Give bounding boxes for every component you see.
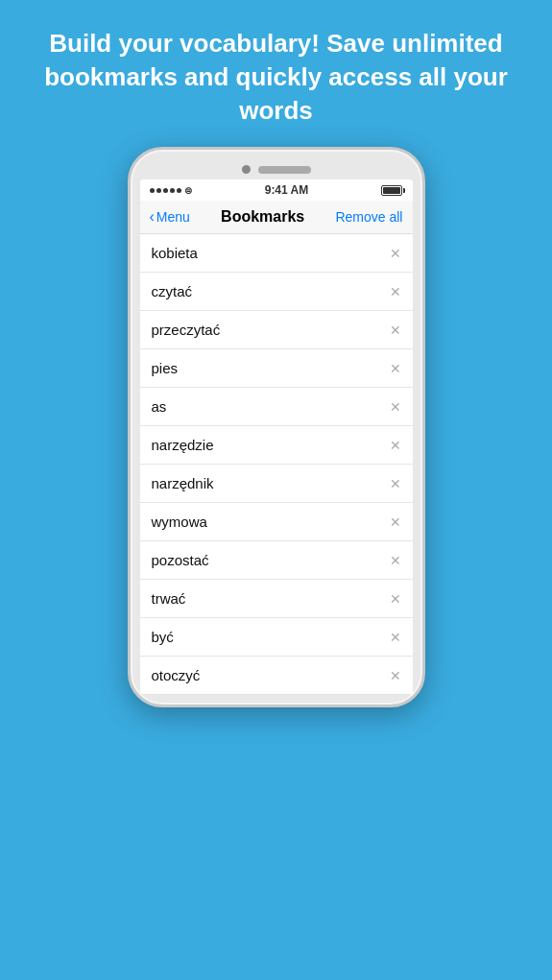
list-item[interactable]: as✕	[140, 388, 413, 426]
battery-icon	[381, 185, 402, 196]
remove-bookmark-icon[interactable]: ✕	[390, 323, 401, 337]
list-item[interactable]: kobieta✕	[140, 234, 413, 273]
status-bar: ⊜ 9:41 AM	[140, 179, 413, 201]
list-item[interactable]: narzędnik✕	[140, 465, 413, 503]
signal-dots	[150, 188, 181, 193]
status-signal: ⊜	[150, 185, 192, 196]
status-time: 9:41 AM	[265, 183, 309, 197]
back-chevron-icon: ‹	[150, 209, 155, 225]
dot-5	[177, 188, 181, 193]
dot-2	[156, 188, 161, 193]
bookmark-word: pies	[152, 360, 179, 376]
list-item[interactable]: pies✕	[140, 349, 413, 388]
dot-1	[150, 188, 155, 193]
list-item[interactable]: pozostać✕	[140, 541, 413, 580]
phone-screen: ⊜ 9:41 AM ‹ Menu Bookmarks Remove all ko…	[140, 179, 413, 695]
dot-4	[170, 188, 175, 193]
navigation-bar: ‹ Menu Bookmarks Remove all	[140, 201, 413, 234]
bookmark-word: narzędzie	[152, 437, 214, 453]
front-camera	[242, 165, 251, 174]
list-item[interactable]: wymowa✕	[140, 503, 413, 541]
bookmark-word: narzędnik	[152, 475, 214, 491]
remove-bookmark-icon[interactable]: ✕	[390, 669, 401, 682]
nav-title: Bookmarks	[221, 208, 304, 226]
phone-top-bezel	[140, 161, 413, 179]
list-item[interactable]: trwać✕	[140, 580, 413, 618]
list-item[interactable]: narzędzie✕	[140, 426, 413, 465]
list-item[interactable]: otoczyć✕	[140, 657, 413, 695]
back-label[interactable]: Menu	[156, 209, 190, 225]
remove-bookmark-icon[interactable]: ✕	[390, 515, 401, 529]
page-header: Build your vocabulary! Save unlimited bo…	[0, 0, 552, 147]
bookmark-word: wymowa	[152, 514, 207, 530]
remove-bookmark-icon[interactable]: ✕	[390, 439, 401, 452]
bookmark-word: przeczytać	[152, 322, 221, 338]
status-battery-area	[381, 185, 402, 196]
list-item[interactable]: być✕	[140, 618, 413, 657]
remove-bookmark-icon[interactable]: ✕	[390, 247, 401, 260]
list-item[interactable]: czytać✕	[140, 273, 413, 311]
bookmark-word: otoczyć	[152, 667, 201, 683]
bookmark-word: as	[152, 398, 167, 415]
speaker	[258, 166, 311, 174]
list-item[interactable]: przeczytać✕	[140, 311, 413, 349]
remove-bookmark-icon[interactable]: ✕	[390, 285, 401, 299]
bookmark-word: pozostać	[152, 552, 209, 568]
remove-bookmark-icon[interactable]: ✕	[390, 554, 401, 567]
dot-3	[163, 188, 168, 193]
remove-bookmark-icon[interactable]: ✕	[390, 592, 401, 606]
wifi-icon: ⊜	[184, 185, 192, 196]
remove-bookmark-icon[interactable]: ✕	[390, 362, 401, 375]
bookmark-word: być	[152, 629, 174, 645]
bookmark-word: kobieta	[152, 245, 198, 261]
back-button[interactable]: ‹ Menu	[150, 209, 190, 225]
battery-fill	[383, 187, 400, 194]
phone-device: ⊜ 9:41 AM ‹ Menu Bookmarks Remove all ko…	[128, 147, 425, 707]
remove-bookmark-icon[interactable]: ✕	[390, 477, 401, 490]
remove-all-button[interactable]: Remove all	[335, 209, 402, 225]
bookmark-word: trwać	[152, 590, 186, 607]
bookmark-word: czytać	[152, 283, 193, 299]
remove-bookmark-icon[interactable]: ✕	[390, 400, 401, 414]
bookmark-list: kobieta✕czytać✕przeczytać✕pies✕as✕narzęd…	[140, 234, 413, 695]
remove-bookmark-icon[interactable]: ✕	[390, 631, 401, 644]
